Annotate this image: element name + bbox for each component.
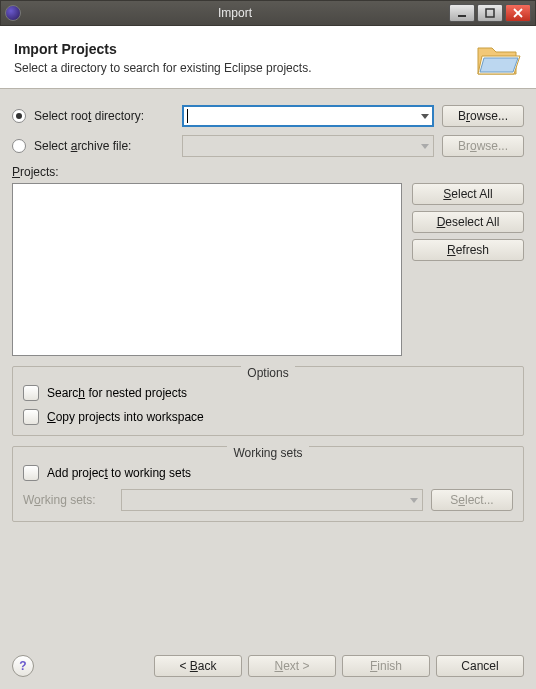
- select-all-button[interactable]: Select All: [412, 183, 524, 205]
- help-button[interactable]: ?: [12, 655, 34, 677]
- refresh-button[interactable]: Refresh: [412, 239, 524, 261]
- finish-button: Finish: [342, 655, 430, 677]
- add-to-working-sets-label: Add project to working sets: [47, 466, 191, 480]
- search-nested-checkbox[interactable]: [23, 385, 39, 401]
- minimize-icon: [457, 8, 467, 18]
- working-sets-group: Working sets Add project to working sets…: [12, 446, 524, 522]
- wizard-footer: ? < Back Next > Finish Cancel: [0, 645, 536, 689]
- maximize-button[interactable]: [477, 4, 503, 22]
- close-icon: [513, 8, 523, 18]
- archive-file-label: Select archive file:: [34, 139, 174, 153]
- root-directory-combo[interactable]: [182, 105, 434, 127]
- next-button: Next >: [248, 655, 336, 677]
- svg-rect-1: [486, 9, 494, 17]
- folder-open-icon: [474, 40, 522, 80]
- app-icon: [5, 5, 21, 21]
- copy-workspace-checkbox[interactable]: [23, 409, 39, 425]
- projects-label: Projects:: [12, 165, 524, 179]
- deselect-all-button[interactable]: Deselect All: [412, 211, 524, 233]
- chevron-down-icon: [421, 144, 429, 149]
- options-group: Options Search for nested projects Copy …: [12, 366, 524, 436]
- window-title: Import: [21, 6, 449, 20]
- archive-file-combo: [182, 135, 434, 157]
- search-nested-label: Search for nested projects: [47, 386, 187, 400]
- browse-root-button[interactable]: Browse...: [442, 105, 524, 127]
- copy-workspace-label: Copy projects into workspace: [47, 410, 204, 424]
- titlebar: Import: [0, 0, 536, 26]
- cancel-button[interactable]: Cancel: [436, 655, 524, 677]
- working-sets-legend: Working sets: [227, 446, 308, 460]
- page-title: Import Projects: [14, 41, 466, 57]
- minimize-button[interactable]: [449, 4, 475, 22]
- options-legend: Options: [241, 366, 294, 380]
- root-directory-radio[interactable]: [12, 109, 26, 123]
- wizard-header: Import Projects Select a directory to se…: [0, 26, 536, 89]
- projects-list[interactable]: [12, 183, 402, 356]
- close-button[interactable]: [505, 4, 531, 22]
- working-sets-combo: [121, 489, 423, 511]
- archive-file-radio[interactable]: [12, 139, 26, 153]
- maximize-icon: [485, 8, 495, 18]
- working-sets-select-button: Select...: [431, 489, 513, 511]
- back-button[interactable]: < Back: [154, 655, 242, 677]
- window-controls: [449, 4, 531, 22]
- page-subtitle: Select a directory to search for existin…: [14, 61, 466, 75]
- working-sets-label: Working sets:: [23, 493, 113, 507]
- browse-archive-button: Browse...: [442, 135, 524, 157]
- chevron-down-icon: [421, 114, 429, 119]
- chevron-down-icon: [410, 498, 418, 503]
- root-directory-label: Select root directory:: [34, 109, 174, 123]
- add-to-working-sets-checkbox[interactable]: [23, 465, 39, 481]
